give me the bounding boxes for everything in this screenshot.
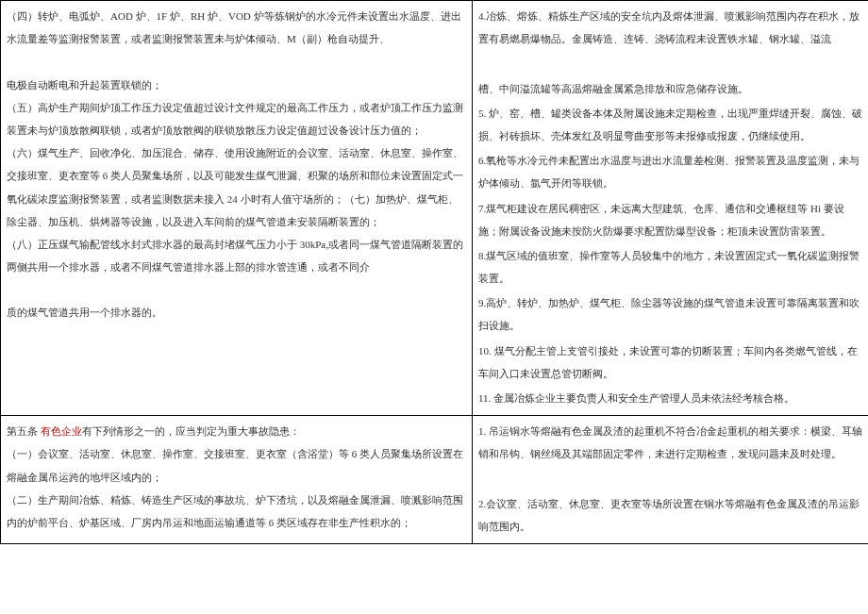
paragraph: 8.煤气区域的值班室、操作室等人员较集中的地方，未设置固定式一氧化碳监测报警装置…	[478, 244, 862, 290]
text-suffix: 有下列情形之一的，应当判定为重大事故隐患：	[82, 425, 300, 437]
paragraph: （一）会议室、活动室、休息室、操作室、交接班室、更衣室（含浴堂）等 6 类人员聚…	[7, 442, 466, 488]
paragraph: 1. 吊运铜水等熔融有色金属及渣的起重机不符合冶金起重机的相关要求：横梁、耳轴销…	[478, 420, 862, 465]
paragraph	[7, 278, 466, 301]
paragraph	[478, 52, 862, 75]
table-row: （四）转炉、电弧炉、AOD 炉、1F 炉、RH 炉、VOD 炉等炼钢炉的水冷元件…	[1, 1, 869, 416]
paragraph: 6.氧枪等水冷元件未配置出水温度与进出水流量差检测、报警装置及温度监测，未与炉体…	[478, 149, 862, 194]
paragraph: 11. 金属冶炼企业主要负责人和安全生产管理人员未依法经考核合格。	[478, 387, 862, 409]
cell-left-2: 第五条 有色企业有下列情形之一的，应当判定为重大事故隐患： （一）会议室、活动室…	[1, 416, 473, 544]
paragraph: （六）煤气生产、回收净化、加压混合、储存、使用设施附近的会议室、活动室、休息室、…	[7, 141, 466, 233]
paragraph: 10. 煤气分配主管上支管引接处，未设置可靠的切断装置；车间内各类燃气管线，在车…	[478, 340, 862, 385]
paragraph: （八）正压煤气输配管线水封式排水器的最高封堵煤气压力小于 30kPa,或者同一煤…	[7, 233, 466, 278]
paragraph: 9.高炉、转炉、加热炉、煤气柜、除尘器等设施的煤气管道未设置可靠隔离装置和吹扫设…	[478, 291, 862, 337]
paragraph: （二）生产期间冶炼、精炼、铸造生产区域的事故坑、炉下渣坑，以及熔融金属泄漏、喷溅…	[7, 489, 466, 534]
paragraph	[7, 50, 466, 73]
paragraph: 电极自动断电和升起装置联锁的；	[7, 74, 466, 96]
paragraph: （四）转炉、电弧炉、AOD 炉、1F 炉、RH 炉、VOD 炉等炼钢炉的水冷元件…	[7, 5, 466, 50]
cell-left-1: （四）转炉、电弧炉、AOD 炉、1F 炉、RH 炉、VOD 炉等炼钢炉的水冷元件…	[1, 1, 473, 416]
paragraph: 5. 炉、窑、槽、罐类设备本体及附属设施未定期检查，出现严重焊缝开裂、腐蚀、破损…	[478, 102, 862, 147]
paragraph: （五）高炉生产期间炉顶工作压力设定值超过设计文件规定的最高工作压力，或者炉顶工作…	[7, 96, 466, 141]
cell-right-1: 4.冶炼、熔炼、精炼生产区域的安全坑内及熔体泄漏、喷溅影响范围内存在积水，放置有…	[473, 1, 869, 416]
paragraph: 第五条 有色企业有下列情形之一的，应当判定为重大事故隐患：	[7, 420, 466, 442]
paragraph: 质的煤气管道共用一个排水器的。	[7, 301, 466, 324]
paragraph: 槽、中间溢流罐等高温熔融金属紧急排放和应急储存设施。	[478, 77, 862, 100]
paragraph	[478, 468, 862, 490]
paragraph: 7.煤气柜建设在居民稠密区，未远离大型建筑、仓库、通信和交通枢纽等 Hi 要设施…	[478, 197, 862, 242]
table-row: 第五条 有色企业有下列情形之一的，应当判定为重大事故隐患： （一）会议室、活动室…	[1, 416, 869, 544]
paragraph: 4.冶炼、熔炼、精炼生产区域的安全坑内及熔体泄漏、喷溅影响范围内存在积水，放置有…	[478, 5, 862, 50]
text-prefix: 第五条	[7, 425, 41, 437]
paragraph: 2.会议室、活动室、休息室、更衣室等场所设置在铜水等熔融有色金属及渣的吊运影响范…	[478, 492, 862, 538]
text-highlight: 有色企业	[41, 425, 82, 437]
document-table: （四）转炉、电弧炉、AOD 炉、1F 炉、RH 炉、VOD 炉等炼钢炉的水冷元件…	[0, 0, 868, 544]
cell-right-2: 1. 吊运铜水等熔融有色金属及渣的起重机不符合冶金起重机的相关要求：横梁、耳轴销…	[473, 416, 869, 544]
